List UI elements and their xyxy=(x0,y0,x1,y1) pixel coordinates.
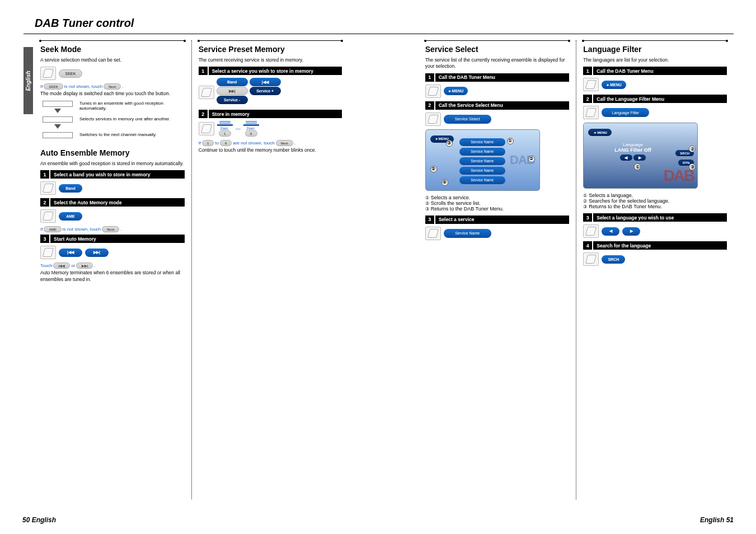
step-number: 1 xyxy=(583,67,592,75)
mode-indicator-2 xyxy=(40,116,75,129)
svcsel-step3-title: Select a service xyxy=(434,216,570,224)
seek-note-if: If xyxy=(40,84,43,89)
hold-indicator-6: 2sec. 6 xyxy=(243,121,259,137)
seek-note-line2: The mode display is switched each time y… xyxy=(40,91,185,97)
service-name-button[interactable]: Service Name xyxy=(444,229,491,238)
service-list-item[interactable]: Service Name xyxy=(459,148,505,156)
preset-6-small-button[interactable]: 6 xyxy=(220,140,232,146)
touch-icon xyxy=(199,86,214,99)
lang-step4-title: Search for the language xyxy=(592,241,727,250)
nav-right-button[interactable]: ▶ xyxy=(622,227,640,236)
next-small-pill[interactable]: ▶▶| xyxy=(76,263,93,269)
band-button[interactable]: Band xyxy=(59,184,82,193)
nav-left-button[interactable]: ◀ xyxy=(602,227,619,236)
touch-icon xyxy=(40,209,56,223)
legend-num-2: ② xyxy=(425,201,429,206)
lang-step1-title: Call the DAB Tuner Menu xyxy=(592,67,727,75)
service-minus-button[interactable]: Service - xyxy=(217,96,248,104)
svcsel-intro: The service list of the currently receiv… xyxy=(425,57,570,70)
mode-desc-2: Selects services in memory one after ano… xyxy=(79,116,185,121)
dab-watermark: DAB xyxy=(664,167,694,185)
side-tab-label: English xyxy=(25,71,31,91)
section-service-preset-top xyxy=(199,40,342,41)
service-list-item[interactable]: Service Name xyxy=(459,157,505,165)
touch-icon xyxy=(425,85,441,98)
ame-small-pill[interactable]: AME xyxy=(44,226,61,232)
band-button[interactable]: Band xyxy=(217,78,248,86)
section-language-filter-top xyxy=(583,40,727,41)
touch-icon xyxy=(583,252,599,266)
touch-icon xyxy=(40,181,56,195)
ss-next-button[interactable]: ▶ xyxy=(633,154,646,161)
menu-button[interactable]: ►MENU xyxy=(444,87,468,95)
service-plus-button[interactable]: Service + xyxy=(250,87,281,95)
seek-button[interactable]: SEEK xyxy=(59,69,82,78)
language-filter-button[interactable]: Language Filter xyxy=(602,108,649,117)
ss-prev-button[interactable]: ◀ xyxy=(620,154,632,161)
next-small-pill[interactable]: Next xyxy=(104,83,121,90)
callout-4: ④ xyxy=(442,179,448,186)
mode-indicator-3 xyxy=(40,132,75,138)
mode-desc-1: Tunes in an ensemble with good reception… xyxy=(79,101,185,111)
callout-2: ② xyxy=(528,156,535,162)
auto-intro: An ensemble with good reception is store… xyxy=(40,161,185,167)
next-small-pill[interactable]: Next xyxy=(102,226,119,232)
mem-note-to: to xyxy=(215,140,219,146)
prev-small-pill[interactable]: |◀◀ xyxy=(53,263,70,269)
mem-range-dash: — xyxy=(236,126,241,132)
heading-service-preset: Service Preset Memory xyxy=(199,45,342,54)
svcsel-step1-title: Call the DAB Tuner Menu xyxy=(434,73,570,82)
touch-icon xyxy=(40,246,56,259)
legend-num-2: ② xyxy=(583,199,587,204)
callout-2: ② xyxy=(689,146,696,152)
legend-num-3: ③ xyxy=(425,207,429,212)
touch-mid: or xyxy=(71,263,75,268)
prev-track-button[interactable]: |◀◀ xyxy=(59,249,82,257)
preset-step2-title: Store in memory xyxy=(208,110,342,118)
step-number: 1 xyxy=(199,67,208,75)
service-list-item[interactable]: Service Name xyxy=(459,167,505,175)
lang-step3-title: Select a language you wish to use xyxy=(592,213,727,222)
srch-button[interactable]: SRCH xyxy=(602,255,625,264)
service-list-item[interactable]: Service Name xyxy=(459,138,505,146)
auto-step2-title: Select the Auto Memory mode xyxy=(49,198,185,207)
next-small-pill[interactable]: Next xyxy=(276,140,293,146)
ame-button[interactable]: AME xyxy=(59,212,82,221)
seek-small-pill[interactable]: SEEK xyxy=(44,83,63,90)
preset-1-small-button[interactable]: 1 xyxy=(202,140,214,146)
auto-step1-title: Select a band you wish to store in memor… xyxy=(49,170,185,179)
touch-icon xyxy=(425,113,441,126)
preset-1-button[interactable]: 1 xyxy=(219,130,231,137)
mem-note-if: If xyxy=(199,140,201,146)
preset-outro: Continue to touch until the memory numbe… xyxy=(199,147,342,153)
touch-icon xyxy=(40,67,56,80)
next-track-button[interactable]: ▶▶| xyxy=(217,87,248,95)
ss-menu-badge[interactable]: ◄ MENU xyxy=(588,129,612,136)
prev-track-button[interactable]: |◀◀ xyxy=(250,78,281,86)
touch-icon xyxy=(583,224,599,238)
heading-seek-mode: Seek Mode xyxy=(40,45,185,54)
touch-icon xyxy=(425,227,441,240)
ame-note-end: . xyxy=(120,227,121,232)
language-side-tab: English xyxy=(24,47,33,114)
next-track-button[interactable]: ▶▶| xyxy=(85,249,109,257)
step-number: 2 xyxy=(425,101,434,110)
preset-6-button[interactable]: 6 xyxy=(245,130,257,137)
preset-intro: The current receiving service is stored … xyxy=(199,57,342,63)
lang-legend-2: Searches for the selected language. xyxy=(589,198,669,204)
callout-1: ① xyxy=(507,138,514,144)
hold-indicator-1: 2sec. 1 xyxy=(217,121,233,137)
menu-button[interactable]: ►MENU xyxy=(602,81,626,89)
divider-top xyxy=(24,34,734,34)
legend-num-3: ③ xyxy=(583,204,587,209)
service-list-item[interactable]: Service Name xyxy=(459,176,505,184)
lang-legend-3: Returns to the DAB Tuner Menu. xyxy=(589,204,662,209)
footer-left: 50 English xyxy=(22,516,56,524)
step-number: 3 xyxy=(425,216,434,224)
step-number: 1 xyxy=(425,73,434,82)
section-seek-mode-top xyxy=(40,40,185,41)
service-select-screenshot: ►MENU Service Name Service Name Service … xyxy=(425,129,540,191)
service-select-button[interactable]: Service Select xyxy=(444,115,491,124)
legend-num-1: ① xyxy=(583,193,587,198)
footer-right: English 51 xyxy=(700,516,734,524)
